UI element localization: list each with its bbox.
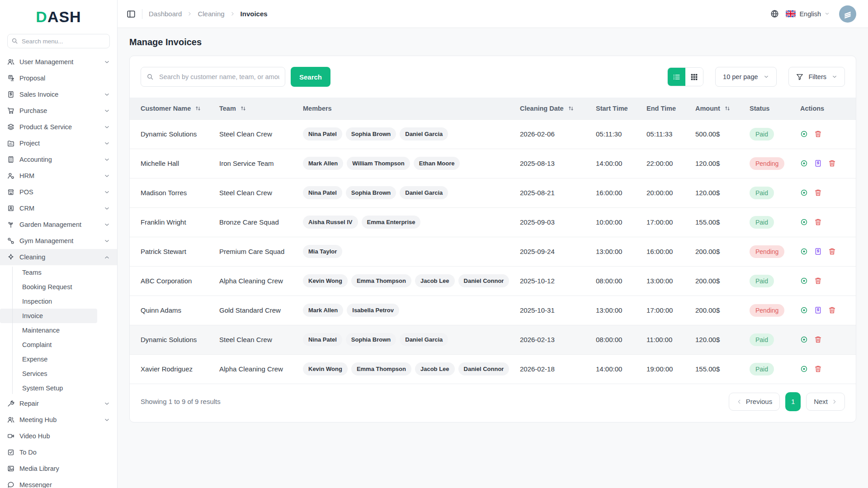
sidebar-toggle-button[interactable] [127,9,136,19]
member-chip: Nina Patel [303,127,342,141]
view-button[interactable] [800,160,808,167]
brand-logo[interactable]: DASH [0,8,117,26]
chevron-right-icon [832,399,837,404]
sidebar-nav: User ManagementProposalSales InvoicePurc… [0,54,117,488]
view-button[interactable] [800,189,808,197]
sidebar-item-to-do[interactable]: To Do [0,444,117,460]
cell-members: Kevin WongEmma ThompsonJacob LeeDaniel C… [303,354,520,384]
member-chip: Nina Patel [303,186,342,199]
payment-button[interactable] [814,160,822,167]
delete-button[interactable] [814,336,822,343]
previous-page-button[interactable]: Previous [729,393,780,411]
sidebar-item-meeting-hub[interactable]: Meeting Hub [0,412,117,428]
sidebar-item-cleaning[interactable]: Cleaning [0,249,117,265]
sort-icon [195,105,201,112]
delete-button[interactable] [814,365,822,373]
sidebar-item-user-management[interactable]: User Management [0,54,117,70]
sort-icon[interactable] [195,105,201,112]
sidebar-item-project[interactable]: Project [0,135,117,151]
cell-end-time: 13:00:00 [646,266,695,296]
current-page-button[interactable]: 1 [785,392,801,411]
sidebar-item-repair[interactable]: Repair [0,395,117,412]
column-header-customer-name[interactable]: Customer Name [130,98,219,119]
search-button[interactable]: Search [291,67,330,87]
sidebar-item-product-service[interactable]: Product & Service [0,119,117,135]
cell-actions [800,296,856,325]
cell-customer: Quinn Adams [130,296,219,325]
view-icon [800,277,808,285]
breadcrumb-dashboard[interactable]: Dashboard [149,10,182,18]
delete-button[interactable] [814,218,822,226]
sort-icon[interactable] [724,105,731,112]
sidebar-subitem-teams[interactable]: Teams [0,265,97,280]
delete-button[interactable] [814,277,822,285]
delete-button[interactable] [814,189,822,197]
delete-button[interactable] [828,248,836,255]
view-button[interactable] [800,248,808,255]
per-page-select[interactable]: 10 per page [715,67,776,87]
sidebar-subitem-booking-request[interactable]: Booking Request [0,280,97,294]
list-view-button[interactable] [668,68,685,86]
sort-icon[interactable] [568,105,574,112]
sidebar-item-media-library[interactable]: Media Library [0,460,117,477]
sidebar-item-accounting[interactable]: Accounting [0,151,117,168]
sidebar-subitem-inspection[interactable]: Inspection [0,294,97,309]
sidebar-item-gym-management[interactable]: Gym Management [0,233,117,249]
meeting-icon [7,416,14,423]
column-header-team[interactable]: Team [219,98,303,119]
sidebar-item-messenger[interactable]: Messenger [0,477,117,488]
sidebar-subitem-services[interactable]: Services [0,366,97,381]
sidebar-subitem-invoice[interactable]: Invoice [0,309,97,323]
member-chip: Ethan Moore [414,157,460,170]
crm-icon [7,205,14,212]
sidebar-item-purchase[interactable]: Purchase [0,103,117,119]
member-chip: Daniel Connor [458,274,509,287]
view-button[interactable] [800,365,808,373]
delete-button[interactable] [814,130,822,138]
sidebar-item-garden-management[interactable]: Garden Management [0,216,117,233]
avatar[interactable] [839,5,856,23]
status-badge: Pending [750,304,784,317]
sidebar-item-crm[interactable]: CRM [0,200,117,216]
sidebar-item-proposal[interactable]: Proposal [0,70,117,86]
next-page-button[interactable]: Next [806,393,845,411]
sidebar-item-pos[interactable]: POS [0,184,117,200]
sidebar-subitem-complaint[interactable]: Complaint [0,338,97,352]
view-icon [800,248,808,255]
view-button[interactable] [800,306,808,314]
delete-button[interactable] [828,160,836,167]
sidebar-item-sales-invoice[interactable]: Sales Invoice [0,86,117,103]
sidebar-item-hrm[interactable]: HRM [0,168,117,184]
chevron-down-icon [104,206,110,211]
grid-view-button[interactable] [685,68,703,86]
breadcrumb-cleaning[interactable]: Cleaning [198,10,224,18]
member-chip: Aisha Russel IV [303,216,358,229]
sidebar-search-input[interactable] [7,34,110,48]
sidebar-item-video-hub[interactable]: Video Hub [0,428,117,444]
filters-button[interactable]: Filters [788,67,845,87]
table-row: Dynamic SolutionsSteel Clean CrewNina Pa… [130,325,856,354]
table-row: Quinn AdamsGold Standard CrewMark AllenI… [130,296,856,325]
payment-button[interactable] [814,248,822,255]
column-header-cleaning-date[interactable]: Cleaning Date [520,98,596,119]
payment-button[interactable] [814,306,822,314]
language-selector[interactable]: English [786,10,830,18]
view-button[interactable] [800,130,808,138]
sidebar-subitem-maintenance[interactable]: Maintenance [0,323,97,338]
view-button[interactable] [800,218,808,226]
view-button[interactable] [800,336,808,343]
sidebar-subitem-system-setup[interactable]: System Setup [0,381,97,395]
column-header-amount[interactable]: Amount [695,98,750,119]
member-chip: Jacob Lee [415,274,455,287]
cell-members: Mia Taylor [303,237,520,266]
member-chip: Mark Allen [303,157,343,170]
globe-icon[interactable] [770,9,779,18]
table-search-input[interactable] [141,67,285,87]
view-button[interactable] [800,277,808,285]
cell-customer: Franklin Wright [130,207,219,237]
view-icon [800,160,808,167]
chevron-down-icon [104,59,110,65]
sidebar-subitem-expense[interactable]: Expense [0,352,97,366]
sort-icon[interactable] [240,105,246,112]
delete-button[interactable] [828,306,836,314]
